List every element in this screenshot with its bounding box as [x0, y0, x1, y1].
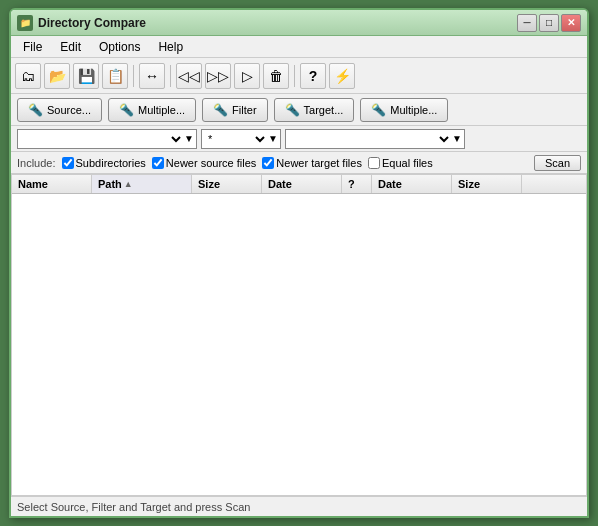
- newer-source-label: Newer source files: [166, 157, 256, 169]
- multiple-right-label: Multiple...: [390, 104, 437, 116]
- include-newer-target[interactable]: Newer target files: [262, 157, 362, 169]
- toolbar-separator-1: [133, 65, 134, 87]
- col-path-label: Path: [98, 178, 122, 190]
- include-bar: Include: Subdirectories Newer source fil…: [11, 152, 587, 174]
- action-bar: 🔦 Source... 🔦 Multiple... 🔦 Filter 🔦 Tar…: [11, 94, 587, 126]
- multiple-left-label: Multiple...: [138, 104, 185, 116]
- title-controls: ─ □ ✕: [517, 14, 581, 32]
- target-icon: 🔦: [285, 103, 300, 117]
- col-size-left-label: Size: [198, 178, 220, 190]
- filter-button[interactable]: 🔦 Filter: [202, 98, 267, 122]
- multiple-left-button[interactable]: 🔦 Multiple...: [108, 98, 196, 122]
- source-path-combo[interactable]: ▼: [17, 129, 197, 149]
- toolbar-separator-3: [294, 65, 295, 87]
- filter-icon: 🔦: [213, 103, 228, 117]
- menu-file[interactable]: File: [15, 38, 50, 56]
- title-bar: 📁 Directory Compare ─ □ ✕: [11, 10, 587, 36]
- status-bar: Select Source, Filter and Target and pre…: [11, 496, 587, 516]
- source-path-select[interactable]: [20, 132, 184, 146]
- toolbar-help-btn[interactable]: ?: [300, 63, 326, 89]
- col-header-name[interactable]: Name: [12, 175, 92, 193]
- newer-target-label: Newer target files: [276, 157, 362, 169]
- col-header-size-right[interactable]: Size: [452, 175, 522, 193]
- col-size-right-label: Size: [458, 178, 480, 190]
- include-newer-source[interactable]: Newer source files: [152, 157, 256, 169]
- subdirectories-label: Subdirectories: [76, 157, 146, 169]
- target-button[interactable]: 🔦 Target...: [274, 98, 355, 122]
- source-icon: 🔦: [28, 103, 43, 117]
- sort-arrow-icon: ▲: [124, 179, 133, 189]
- toolbar-copy-left-btn[interactable]: ◁◁: [176, 63, 202, 89]
- multiple-right-icon: 🔦: [371, 103, 386, 117]
- file-table[interactable]: Name Path ▲ Size Date ? Date Size: [11, 174, 587, 496]
- target-label: Target...: [304, 104, 344, 116]
- toolbar-delete-btn[interactable]: 🗑: [263, 63, 289, 89]
- include-label: Include:: [17, 157, 56, 169]
- toolbar-about-btn[interactable]: ⚡: [329, 63, 355, 89]
- toolbar-separator-2: [170, 65, 171, 87]
- scan-button[interactable]: Scan: [534, 155, 581, 171]
- table-header: Name Path ▲ Size Date ? Date Size: [12, 175, 586, 194]
- main-window: 📁 Directory Compare ─ □ ✕ File Edit Opti…: [9, 8, 589, 518]
- menu-edit[interactable]: Edit: [52, 38, 89, 56]
- col-date-left-label: Date: [268, 178, 292, 190]
- filter-combo[interactable]: * ▼: [201, 129, 281, 149]
- toolbar-copy-right-btn[interactable]: ▷▷: [205, 63, 231, 89]
- menu-help[interactable]: Help: [150, 38, 191, 56]
- toolbar-saveas-btn[interactable]: 📋: [102, 63, 128, 89]
- title-bar-left: 📁 Directory Compare: [17, 15, 146, 31]
- newer-source-checkbox[interactable]: [152, 157, 164, 169]
- col-name-label: Name: [18, 178, 48, 190]
- toolbar-new-btn[interactable]: 🗂: [15, 63, 41, 89]
- target-path-select[interactable]: [288, 132, 452, 146]
- source-button[interactable]: 🔦 Source...: [17, 98, 102, 122]
- target-path-combo[interactable]: ▼: [285, 129, 465, 149]
- filter-label: Filter: [232, 104, 256, 116]
- filter-section: ▼ * ▼ ▼: [11, 126, 587, 152]
- multiple-right-button[interactable]: 🔦 Multiple...: [360, 98, 448, 122]
- minimize-button[interactable]: ─: [517, 14, 537, 32]
- col-header-size-left[interactable]: Size: [192, 175, 262, 193]
- toolbar-copy3-btn[interactable]: ▷: [234, 63, 260, 89]
- window-title: Directory Compare: [38, 16, 146, 30]
- toolbar-open-btn[interactable]: 📂: [44, 63, 70, 89]
- source-label: Source...: [47, 104, 91, 116]
- toolbar: 🗂 📂 💾 📋 ↔ ◁◁ ▷▷ ▷ 🗑 ? ⚡: [11, 58, 587, 94]
- table-body: [12, 194, 586, 394]
- include-subdirectories[interactable]: Subdirectories: [62, 157, 146, 169]
- menu-options[interactable]: Options: [91, 38, 148, 56]
- app-icon: 📁: [17, 15, 33, 31]
- multiple-left-icon: 🔦: [119, 103, 134, 117]
- include-equal-files[interactable]: Equal files: [368, 157, 433, 169]
- col-header-date-left[interactable]: Date: [262, 175, 342, 193]
- col-date-right-label: Date: [378, 178, 402, 190]
- col-header-diff[interactable]: ?: [342, 175, 372, 193]
- close-button[interactable]: ✕: [561, 14, 581, 32]
- toolbar-save-btn[interactable]: 💾: [73, 63, 99, 89]
- maximize-button[interactable]: □: [539, 14, 559, 32]
- status-text: Select Source, Filter and Target and pre…: [17, 501, 250, 513]
- col-header-date-right[interactable]: Date: [372, 175, 452, 193]
- toolbar-swap-btn[interactable]: ↔: [139, 63, 165, 89]
- col-header-path[interactable]: Path ▲: [92, 175, 192, 193]
- newer-target-checkbox[interactable]: [262, 157, 274, 169]
- subdirectories-checkbox[interactable]: [62, 157, 74, 169]
- equal-files-label: Equal files: [382, 157, 433, 169]
- menu-bar: File Edit Options Help: [11, 36, 587, 58]
- equal-files-checkbox[interactable]: [368, 157, 380, 169]
- filter-select[interactable]: *: [204, 132, 268, 146]
- col-diff-label: ?: [348, 178, 355, 190]
